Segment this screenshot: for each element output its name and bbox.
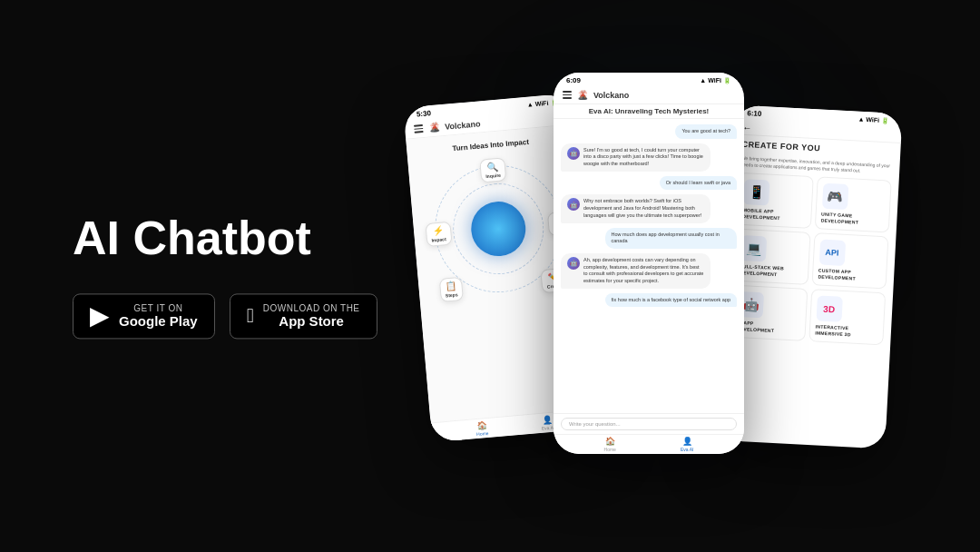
app-store-button[interactable]:  Download on the App Store [230,294,377,340]
immersive-3d-icon: 3D [816,295,842,321]
chat-body: You are good at tech? 🤖 Sure! I'm so goo… [554,119,744,423]
chat-header-title: Eva AI: Unraveling Tech Mysteries! [554,104,744,119]
service-immersive-3d: 3D INTERACTIVEIMMERSIVE 3D [808,289,886,345]
left-content: AI Chatbot ▶ GET IT ON Google Play  Dow… [73,212,377,339]
mobile-app-label: MOBILE APPDEVELOPMENT [742,207,780,221]
chat-input-field[interactable]: Write your question... [561,418,737,430]
phone-center-status-bar: 6:09 ▲ WiFi 🔋 [554,73,744,86]
bot-avatar-3: 🤖 [567,257,580,270]
phone-center-bottom-nav: 🏠 Home 👤 Eva AI [554,434,744,454]
google-play-sub-label: GET IT ON [119,304,198,314]
node-inquire: 🔍 Inquire [479,157,507,182]
page-title: AI Chatbot [73,212,377,264]
phone-center-nav: 🌋 Volckano [554,86,744,104]
bottom-nav-evaai-center[interactable]: 👤 Eva AI [681,437,693,452]
service-unity-game: 🎮 UNITY GAMEDEVELOPMENT [814,176,891,232]
phones-container: 5:30 ▲ WiFi 🔋 🌋 Volckano Turn Ideas Into… [363,0,980,552]
services-grid: 📱 MOBILE APPDEVELOPMENT 🎮 UNITY GAMEDEVE… [722,172,898,345]
chat-input-bar: Write your question... [554,413,744,434]
service-fullstack-web: 💻 FULL-STACK WEBDEVELOPMENT [733,229,810,285]
phone-left-time: 5:30 [416,109,432,118]
chat-msg-7: fix how much is a facebook type of socia… [605,293,737,308]
phone-center-brand: Volckano [593,91,629,100]
node-impact: ⚡ Impact [425,222,452,247]
apple-icon:  [247,307,254,327]
store-buttons-container: ▶ GET IT ON Google Play  Download on th… [73,294,377,340]
phone-right-status-icons: ▲ WiFi 🔋 [858,115,889,124]
fullstack-icon: 💻 [740,235,767,261]
unity-game-icon: 🎮 [821,183,848,210]
bot-avatar: 🤖 [567,147,580,160]
app-store-text: Download on the App Store [263,304,360,330]
immersive-3d-label: INTERACTIVEIMMERSIVE 3D [815,323,851,337]
node-steps: 📋 Steps [438,277,464,302]
bot-avatar-2: 🤖 [567,198,580,211]
phone-right: 6:10 ▲ WiFi 🔋 ← CREATE FOR YOU We bring … [717,104,902,448]
unity-game-label: UNITY GAMEDEVELOPMENT [821,212,859,225]
phone-center: 6:09 ▲ WiFi 🔋 🌋 Volckano Eva AI: Unravel… [554,73,744,454]
app-store-sub-label: Download on the [263,304,360,314]
chat-msg-5: How much does app development usually co… [605,228,738,249]
custom-app-label: CUSTOM APPDEVELOPMENT [818,267,856,281]
service-custom-app: API CUSTOM APPDEVELOPMENT [811,232,888,289]
hamburger-icon-center[interactable] [563,91,572,99]
chat-msg-2: 🤖 Sure! I'm so good at tech, I could tur… [561,143,710,172]
chat-msg-4: 🤖 Why not embrace both worlds? Swift for… [561,194,710,222]
mobile-app-icon: 📱 [743,179,769,205]
fullstack-label: FULL-STACK WEBDEVELOPMENT [740,263,784,278]
phone-center-status-icons: ▲ WiFi 🔋 [700,77,731,84]
bottom-nav-home-center[interactable]: 🏠 Home [604,437,616,452]
hamburger-icon[interactable] [414,124,424,133]
google-play-icon: ▶ [90,304,110,330]
bottom-nav-home-left[interactable]: 🏠 Home [475,420,489,437]
app-store-main-label: App Store [263,314,360,330]
service-mobile-app: 📱 MOBILE APPDEVELOPMENT [736,172,813,229]
custom-app-icon: API [818,240,845,266]
google-play-button[interactable]: ▶ GET IT ON Google Play [73,294,215,340]
chat-msg-1: You are good at tech? [675,124,737,139]
chat-msg-3: Or should I learn swift or java [660,176,737,191]
chat-msg-6: 🤖 Ah, app development costs can vary dep… [561,253,710,289]
phone-center-time: 6:09 [566,76,581,84]
google-play-text: GET IT ON Google Play [119,304,198,330]
phone-right-time: 6:10 [747,109,761,118]
phone-left-brand: Volckano [445,119,481,131]
google-play-main-label: Google Play [119,314,198,330]
